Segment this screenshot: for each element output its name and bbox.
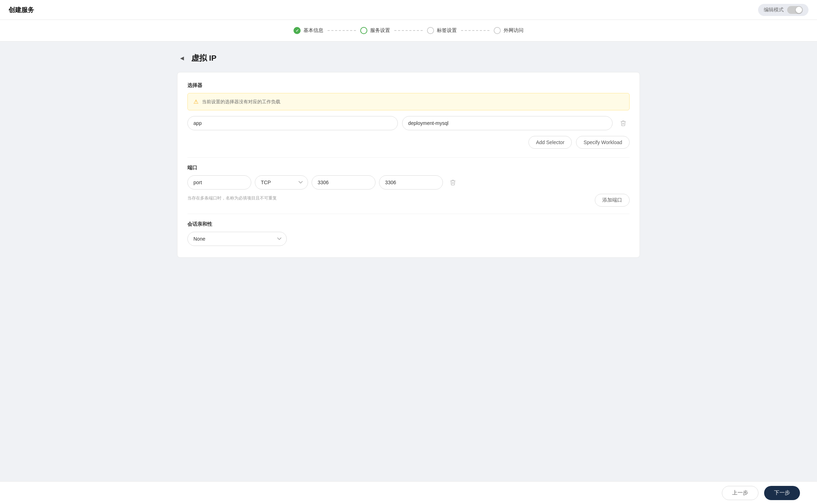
selector-section: 选择器 ⚠ 当前设置的选择器没有对应的工作负载 bbox=[187, 82, 630, 149]
port-footer-row: 当存在多条端口时，名称为必填项目且不可重复 添加端口 bbox=[187, 194, 630, 207]
specify-workload-button[interactable]: Specify Workload bbox=[576, 136, 630, 149]
selector-value-input[interactable] bbox=[402, 116, 613, 130]
main-content: ◄ 虚拟 IP 选择器 ⚠ 当前设置的选择器没有对应的工作负载 bbox=[160, 42, 657, 269]
selector-delete-button[interactable] bbox=[617, 117, 630, 130]
step-divider-1 bbox=[328, 30, 356, 31]
step-label-basic: 基本信息 bbox=[303, 27, 323, 34]
port-hint-text: 当存在多条端口时，名称为必填项目且不可重复 bbox=[187, 195, 277, 201]
selector-key-input[interactable] bbox=[187, 116, 398, 130]
section-title-row: ◄ 虚拟 IP bbox=[177, 53, 640, 64]
step-label-service: 服务设置 bbox=[370, 27, 390, 34]
session-section: 会话亲和性 None ClientIP bbox=[187, 221, 630, 246]
step-label-tags: 标签设置 bbox=[437, 27, 457, 34]
port-section: 端口 TCP UDP 当 bbox=[187, 165, 630, 207]
step-dot-basic bbox=[294, 27, 301, 34]
section-divider bbox=[187, 157, 630, 158]
trash-icon bbox=[620, 120, 626, 126]
session-affinity-select[interactable]: None ClientIP bbox=[187, 232, 287, 246]
step-dot-external bbox=[494, 27, 501, 34]
port-row: TCP UDP bbox=[187, 175, 630, 190]
step-divider-3 bbox=[461, 30, 489, 31]
steps-bar: 基本信息 服务设置 标签设置 外网访问 bbox=[0, 20, 817, 42]
port-trash-icon bbox=[450, 179, 456, 186]
selector-section-label: 选择器 bbox=[187, 82, 630, 89]
session-select-wrapper: None ClientIP bbox=[187, 232, 287, 246]
edit-mode-toggle[interactable]: 编辑模式 bbox=[758, 4, 808, 16]
footer: 上一步 下一步 bbox=[0, 481, 817, 504]
step-dot-tags bbox=[427, 27, 434, 34]
session-divider bbox=[187, 214, 630, 214]
warning-icon: ⚠ bbox=[193, 98, 198, 105]
header: 创建服务 编辑模式 bbox=[0, 0, 817, 20]
steps-container: 基本信息 服务设置 标签设置 外网访问 bbox=[294, 27, 523, 34]
main-card: 选择器 ⚠ 当前设置的选择器没有对应的工作负载 bbox=[177, 72, 640, 258]
edit-mode-label: 编辑模式 bbox=[764, 7, 784, 13]
add-port-button[interactable]: 添加端口 bbox=[595, 194, 630, 207]
back-arrow-icon[interactable]: ◄ bbox=[177, 53, 187, 63]
step-label-external: 外网访问 bbox=[504, 27, 523, 34]
page-title: 创建服务 bbox=[9, 6, 34, 14]
add-selector-button[interactable]: Add Selector bbox=[528, 136, 572, 149]
selector-row bbox=[187, 116, 630, 130]
warning-text: 当前设置的选择器没有对应的工作负载 bbox=[202, 99, 280, 105]
step-tags[interactable]: 标签设置 bbox=[427, 27, 457, 34]
step-dot-service bbox=[360, 27, 367, 34]
step-service[interactable]: 服务设置 bbox=[360, 27, 390, 34]
edit-mode-switch[interactable] bbox=[787, 6, 803, 14]
next-button[interactable]: 下一步 bbox=[764, 486, 800, 500]
port-section-label: 端口 bbox=[187, 165, 630, 171]
step-external[interactable]: 外网访问 bbox=[494, 27, 523, 34]
section-title: 虚拟 IP bbox=[191, 53, 216, 64]
target-port-input[interactable] bbox=[379, 175, 443, 190]
port-name-input[interactable] bbox=[187, 175, 251, 190]
add-port-row: 添加端口 bbox=[595, 194, 630, 207]
prev-button[interactable]: 上一步 bbox=[722, 486, 758, 500]
warning-box: ⚠ 当前设置的选择器没有对应的工作负载 bbox=[187, 93, 630, 110]
port-number-input[interactable] bbox=[312, 175, 375, 190]
session-section-label: 会话亲和性 bbox=[187, 221, 630, 228]
port-delete-button[interactable] bbox=[446, 176, 459, 189]
action-buttons-row: Add Selector Specify Workload bbox=[187, 136, 630, 149]
step-basic[interactable]: 基本信息 bbox=[294, 27, 323, 34]
step-divider-2 bbox=[394, 30, 423, 31]
port-protocol-select[interactable]: TCP UDP bbox=[255, 175, 308, 190]
